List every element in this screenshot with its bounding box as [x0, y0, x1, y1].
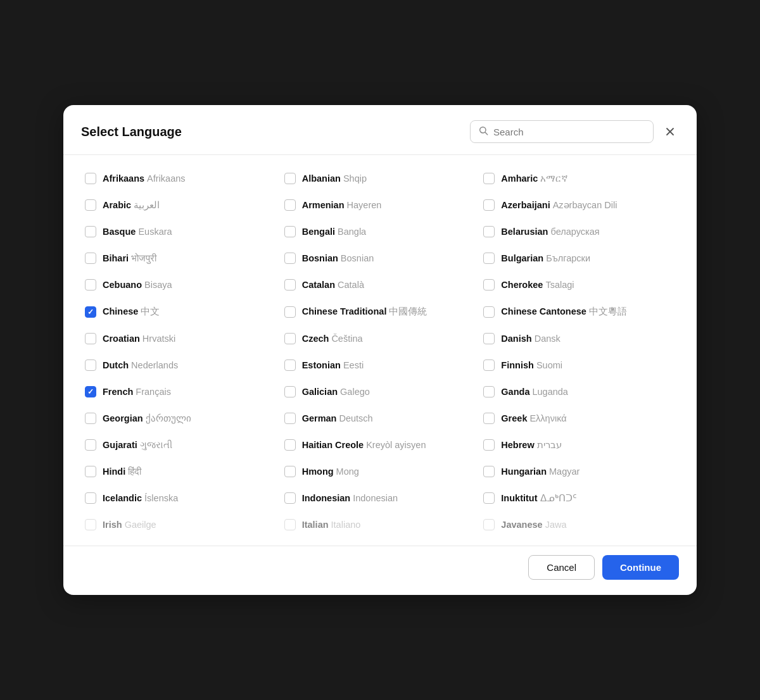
checkbox-ganda[interactable] [483, 386, 495, 397]
checkbox-basque[interactable] [85, 226, 96, 237]
lang-label-inuktitut: Inuktitutᐃᓄᒃᑎᑐᑦ [501, 492, 576, 504]
checkbox-cherokee[interactable] [483, 279, 495, 291]
checkbox-estonian[interactable] [284, 359, 296, 371]
checkbox-italian[interactable] [284, 519, 296, 530]
lang-item-arabic[interactable]: Arabicالعربية [81, 192, 281, 218]
lang-item-belarusian[interactable]: Belarusianбеларуская [479, 218, 679, 245]
checkbox-gujarati[interactable] [85, 439, 96, 451]
checkbox-armenian[interactable] [284, 199, 296, 211]
checkbox-inuktitut[interactable] [483, 492, 495, 504]
lang-item-italian[interactable]: ItalianItaliano [281, 511, 480, 538]
checkbox-bosnian[interactable] [284, 253, 296, 264]
checkbox-bulgarian[interactable] [483, 253, 495, 264]
checkbox-indonesian[interactable] [284, 492, 296, 504]
lang-item-cherokee[interactable]: CherokeeTsalagi [479, 272, 679, 298]
lang-item-javanese[interactable]: JavaneseJawa [479, 511, 679, 538]
checkbox-chinese_cantonese[interactable] [483, 306, 495, 318]
search-input[interactable] [493, 127, 645, 137]
checkbox-belarusian[interactable] [483, 226, 495, 237]
lang-label-cherokee: CherokeeTsalagi [501, 279, 574, 291]
lang-item-greek[interactable]: GreekΕλληνικά [479, 405, 679, 432]
lang-item-bihari[interactable]: Bihariभोजपुरी [81, 245, 281, 272]
checkbox-hindi[interactable] [85, 466, 96, 477]
checkbox-croatian[interactable] [85, 333, 96, 344]
lang-item-catalan[interactable]: CatalanCatalà [281, 272, 480, 298]
continue-button[interactable]: Continue [602, 555, 679, 580]
lang-item-finnish[interactable]: FinnishSuomi [479, 352, 679, 378]
checkbox-catalan[interactable] [284, 279, 296, 291]
checkbox-dutch[interactable] [85, 359, 96, 371]
close-button[interactable] [661, 123, 679, 141]
checkbox-german[interactable] [284, 413, 296, 424]
lang-item-icelandic[interactable]: IcelandicÍslenska [81, 485, 281, 511]
lang-item-hungarian[interactable]: HungarianMagyar [479, 458, 679, 485]
lang-item-ganda[interactable]: GandaLuganda [479, 378, 679, 405]
checkbox-amharic[interactable] [483, 173, 495, 184]
search-box[interactable] [470, 120, 654, 143]
checkbox-galician[interactable] [284, 386, 296, 397]
checkbox-icelandic[interactable] [85, 492, 96, 504]
lang-label-chinese_traditional: Chinese Traditional中國傳統 [302, 306, 428, 318]
lang-item-inuktitut[interactable]: Inuktitutᐃᓄᒃᑎᑐᑦ [479, 485, 679, 511]
checkbox-afrikaans[interactable] [85, 173, 96, 184]
checkbox-albanian[interactable] [284, 173, 296, 184]
checkbox-hungarian[interactable] [483, 466, 495, 477]
checkbox-hebrew[interactable] [483, 439, 495, 451]
checkbox-bihari[interactable] [85, 253, 96, 264]
lang-item-hmong[interactable]: HmongMong [281, 458, 480, 485]
lang-item-azerbaijani[interactable]: AzerbaijaniAzərbaycan Dili [479, 192, 679, 218]
lang-item-armenian[interactable]: ArmenianHayeren [281, 192, 480, 218]
lang-item-danish[interactable]: DanishDansk [479, 325, 679, 352]
lang-item-hebrew[interactable]: Hebrewעברית [479, 432, 679, 458]
checkbox-irish[interactable] [85, 519, 96, 530]
lang-label-hungarian: HungarianMagyar [501, 466, 580, 477]
lang-label-hebrew: Hebrewעברית [501, 439, 561, 451]
lang-label-indonesian: IndonesianIndonesian [302, 492, 398, 504]
lang-item-estonian[interactable]: EstonianEesti [281, 352, 480, 378]
lang-item-bengali[interactable]: BengaliBangla [281, 218, 480, 245]
checkbox-danish[interactable] [483, 333, 495, 344]
lang-item-basque[interactable]: BasqueEuskara [81, 218, 281, 245]
checkbox-hmong[interactable] [284, 466, 296, 477]
lang-item-albanian[interactable]: AlbanianShqip [281, 165, 480, 192]
lang-item-german[interactable]: GermanDeutsch [281, 405, 480, 432]
lang-item-chinese_traditional[interactable]: Chinese Traditional中國傳統 [281, 298, 480, 325]
lang-item-cebuano[interactable]: CebuanoBisaya [81, 272, 281, 298]
checkbox-haitian_creole[interactable] [284, 439, 296, 451]
lang-item-irish[interactable]: IrishGaeilge [81, 511, 281, 538]
lang-item-galician[interactable]: GalicianGalego [281, 378, 480, 405]
lang-label-irish: IrishGaeilge [103, 519, 156, 530]
cancel-button[interactable]: Cancel [528, 555, 595, 580]
checkbox-georgian[interactable] [85, 413, 96, 424]
lang-item-dutch[interactable]: DutchNederlands [81, 352, 281, 378]
lang-item-amharic[interactable]: Amharicአማርኛ [479, 165, 679, 192]
checkbox-chinese[interactable]: ✓ [85, 306, 96, 318]
checkbox-finnish[interactable] [483, 359, 495, 371]
lang-item-croatian[interactable]: CroatianHrvatski [81, 325, 281, 352]
lang-item-indonesian[interactable]: IndonesianIndonesian [281, 485, 480, 511]
checkbox-arabic[interactable] [85, 199, 96, 211]
lang-label-galician: GalicianGalego [302, 386, 370, 397]
lang-item-afrikaans[interactable]: AfrikaansAfrikaans [81, 165, 281, 192]
lang-item-haitian_creole[interactable]: Haitian CreoleKreyòl ayisyen [281, 432, 480, 458]
lang-item-georgian[interactable]: Georgianქართული [81, 405, 281, 432]
lang-item-chinese_cantonese[interactable]: Chinese Cantonese中文粵語 [479, 298, 679, 325]
lang-item-french[interactable]: ✓FrenchFrançais [81, 378, 281, 405]
checkbox-javanese[interactable] [483, 519, 495, 530]
lang-item-czech[interactable]: CzechČeština [281, 325, 480, 352]
lang-label-catalan: CatalanCatalà [302, 279, 364, 291]
checkbox-cebuano[interactable] [85, 279, 96, 291]
lang-item-gujarati[interactable]: Gujaratiગુજરાતી [81, 432, 281, 458]
lang-item-chinese[interactable]: ✓Chinese中文 [81, 298, 281, 325]
checkbox-azerbaijani[interactable] [483, 199, 495, 211]
checkbox-greek[interactable] [483, 413, 495, 424]
checkbox-bengali[interactable] [284, 226, 296, 237]
checkbox-french[interactable]: ✓ [85, 386, 96, 397]
checkbox-chinese_traditional[interactable] [284, 306, 296, 318]
checkbox-czech[interactable] [284, 333, 296, 344]
lang-label-cebuano: CebuanoBisaya [103, 279, 172, 291]
lang-item-bosnian[interactable]: BosnianBosnian [281, 245, 480, 272]
lang-label-ganda: GandaLuganda [501, 386, 568, 397]
lang-item-hindi[interactable]: Hindiहिंदी [81, 458, 281, 485]
lang-item-bulgarian[interactable]: BulgarianБългарски [479, 245, 679, 272]
